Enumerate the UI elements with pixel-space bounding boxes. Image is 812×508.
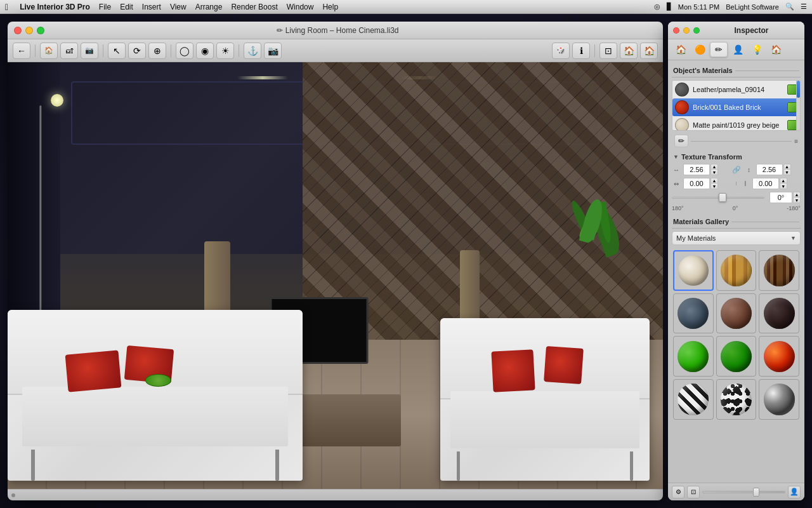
scale-y-up[interactable]: ▲ (783, 164, 791, 170)
scale-x-down[interactable]: ▼ (710, 170, 718, 175)
camera-button[interactable]: 📷 (81, 43, 98, 59)
sphere-wrapper-cream (674, 251, 712, 290)
apple-menu[interactable]:  (5, 2, 8, 12)
info-button[interactable]: ℹ (572, 43, 590, 59)
tab-object[interactable]: 🏠 (672, 42, 690, 57)
scale-h-icon: ↔ (672, 165, 681, 174)
gallery-item-stone-blue[interactable] (673, 293, 714, 334)
viewport[interactable] (8, 62, 663, 489)
room-button[interactable]: 🏠 (620, 43, 638, 59)
scale-y-stepper[interactable]: ▲ ▼ (783, 164, 791, 175)
maximize-button[interactable] (37, 27, 44, 34)
render-button[interactable]: 🎲 (552, 43, 570, 59)
offset-y-down[interactable]: ▼ (780, 184, 787, 189)
rotation-thumb[interactable] (719, 193, 726, 202)
edit-menu[interactable]: Edit (120, 3, 133, 11)
walk-tool[interactable]: ⊕ (148, 43, 166, 59)
scale-y-down[interactable]: ▼ (783, 170, 791, 175)
gallery-dropdown[interactable]: My Materials ▼ (672, 231, 801, 245)
offset-y-group: ▲ ▼ (752, 178, 801, 189)
texture-transform-label: Texture Transform (681, 153, 742, 161)
sun-light-button[interactable]: ☀ (216, 43, 234, 59)
gallery-item-green-dark[interactable] (716, 336, 757, 377)
rotation-row: ▲ ▼ (672, 190, 801, 204)
tab-room[interactable]: 🏠 (767, 42, 785, 57)
view-menu[interactable]: View (170, 3, 187, 11)
scale-y-input[interactable] (756, 164, 783, 175)
point-light-button[interactable]: ◯ (176, 43, 193, 59)
material-sphere-dark-rough (764, 298, 795, 329)
orbit-tool[interactable]: ⟳ (128, 43, 146, 59)
inspector-export-button[interactable]: ⊡ (687, 486, 700, 498)
tab-material-edit[interactable]: ✏ (710, 42, 728, 57)
tab-material-ball[interactable]: 🟠 (691, 42, 709, 57)
help-menu[interactable]: Help (322, 3, 338, 11)
gallery-item-brown-bumpy[interactable] (716, 293, 757, 334)
3d-view-button[interactable]: 🛋 (60, 43, 78, 59)
spot-light-button[interactable]: ◉ (196, 43, 214, 59)
back-button[interactable]: ← (13, 43, 30, 59)
inspector-content[interactable]: Object's Materials Leather/pamela_09014 … (668, 60, 804, 483)
gallery-item-cream[interactable] (673, 250, 714, 291)
scale-x-up[interactable]: ▲ (710, 164, 718, 170)
insert-menu[interactable]: Insert (142, 3, 161, 11)
materials-gallery-header: Materials Gallery (672, 215, 801, 229)
select-tool[interactable]: ↖ (108, 43, 126, 59)
anchor-button[interactable]: ⚓ (244, 43, 261, 59)
offset-y-up[interactable]: ▲ (780, 178, 787, 184)
gallery-item-zebra[interactable] (673, 379, 714, 420)
offset-x-down[interactable]: ▼ (710, 184, 718, 189)
texture-transform-header[interactable]: ▼ Texture Transform (672, 151, 801, 163)
app-name-menu[interactable]: Live Interior 3D Pro (20, 3, 90, 11)
inspector-settings-button[interactable]: ⚙ (672, 486, 684, 498)
arrange-menu[interactable]: Arrange (195, 3, 223, 11)
gallery-item-wood-light[interactable] (716, 250, 757, 291)
gallery-item-spots[interactable] (716, 379, 757, 420)
close-button[interactable] (14, 27, 22, 34)
gallery-item-dark-rough[interactable] (759, 293, 799, 334)
material-item-matte[interactable]: Matte paint/1019 grey beige (672, 116, 800, 131)
inspector-maximize-button[interactable] (693, 27, 700, 34)
scale-x-stepper[interactable]: ▲ ▼ (710, 164, 718, 175)
materials-list[interactable]: Leather/pamela_09014 Brick/001 Baked Bri… (672, 80, 801, 131)
menu-icon[interactable]: ☰ (801, 3, 807, 11)
material-item-brick[interactable]: Brick/001 Baked Brick (672, 98, 800, 116)
offset-y-stepper[interactable]: ▲ ▼ (780, 178, 787, 189)
render-boost-menu[interactable]: Render Boost (231, 3, 277, 11)
building-button[interactable]: 🏠 (640, 43, 658, 59)
file-menu[interactable]: File (99, 3, 111, 11)
floor-plan-button[interactable]: ⊡ (599, 43, 617, 59)
rotation-down[interactable]: ▼ (793, 197, 801, 203)
gallery-item-chrome[interactable] (759, 379, 799, 420)
gallery-item-green-sphere[interactable] (673, 336, 714, 377)
inspector-zoom-thumb[interactable] (753, 488, 759, 497)
list-menu-button[interactable]: ≡ (794, 138, 798, 145)
gallery-item-fire[interactable] (759, 336, 799, 377)
2d-view-button[interactable]: 🏠 (40, 43, 58, 59)
rotation-slider-container[interactable] (672, 192, 764, 203)
inspector-close-button[interactable] (673, 27, 679, 34)
offset-x-up[interactable]: ▲ (710, 178, 718, 184)
offset-x-input[interactable] (683, 178, 710, 189)
window-menu[interactable]: Window (287, 3, 314, 11)
rotation-input[interactable] (769, 192, 792, 203)
link-icon[interactable]: 🔗 (732, 166, 741, 174)
minimize-button[interactable] (25, 27, 33, 34)
inspector-zoom-slider[interactable] (702, 491, 785, 493)
rotation-stepper[interactable]: ▲ ▼ (793, 192, 801, 203)
gallery-item-wood-dark[interactable] (759, 250, 799, 291)
offset-y-input[interactable] (752, 178, 779, 189)
tab-light[interactable]: 💡 (748, 42, 766, 57)
material-sphere-fire (764, 341, 795, 372)
material-swatch-leather (675, 83, 689, 97)
offset-x-stepper[interactable]: ▲ ▼ (710, 178, 718, 189)
toolbar: ← 🏠 🛋 📷 ↖ ⟳ ⊕ ◯ ◉ ☀ ⚓ 📷 🎲 ℹ ⊡ 🏠 🏠 (8, 39, 663, 62)
scale-x-input[interactable] (683, 164, 710, 175)
pencil-button[interactable]: ✏ (674, 135, 688, 147)
search-icon[interactable]: 🔍 (785, 3, 794, 11)
screenshot-button[interactable]: 📷 (264, 43, 282, 59)
material-item-leather[interactable]: Leather/pamela_09014 (672, 81, 800, 98)
inspector-minimize-button[interactable] (683, 27, 690, 34)
tab-texture[interactable]: 👤 (729, 42, 747, 57)
rotation-up[interactable]: ▲ (793, 192, 801, 197)
